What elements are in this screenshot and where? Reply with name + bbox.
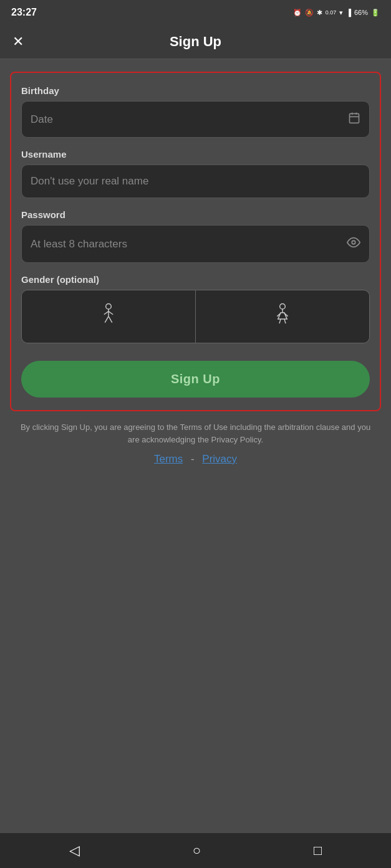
username-input-wrapper[interactable]: [21, 165, 370, 198]
content-spacer: [0, 656, 391, 833]
bluetooth-icon: ✱: [317, 9, 322, 17]
svg-rect-0: [350, 113, 359, 123]
female-icon: [271, 303, 294, 330]
status-icons: ⏰ 🔕 ✱ 0.07 ▾ ▐ 66% 🔋: [293, 9, 380, 17]
svg-line-16: [279, 319, 281, 323]
birthday-label: Birthday: [21, 85, 370, 96]
password-input-wrapper[interactable]: [21, 225, 370, 263]
signup-button[interactable]: Sign Up: [21, 361, 370, 398]
calendar-icon: [348, 112, 360, 127]
home-button[interactable]: ○: [180, 840, 213, 861]
svg-point-4: [352, 241, 355, 244]
status-time: 23:27: [11, 7, 37, 18]
username-label: Username: [21, 149, 370, 160]
terms-link[interactable]: Terms: [154, 453, 183, 465]
gender-male-button[interactable]: [22, 290, 196, 343]
back-button[interactable]: ◁: [57, 840, 92, 861]
birthday-input-wrapper[interactable]: [21, 101, 370, 138]
gender-female-button[interactable]: [196, 290, 369, 343]
close-button[interactable]: ✕: [12, 34, 24, 50]
app-header: ✕ Sign Up: [0, 25, 391, 59]
birthday-input[interactable]: [31, 113, 348, 126]
page-title: Sign Up: [170, 34, 221, 50]
birthday-field-group: Birthday: [21, 85, 370, 138]
wifi-icon: ▾: [339, 9, 343, 17]
password-input[interactable]: [31, 238, 347, 250]
signal-icon: ▐: [346, 9, 351, 16]
mute-icon: 🔕: [305, 9, 314, 17]
nav-bar: ◁ ○ □: [0, 833, 391, 868]
male-icon: [97, 303, 120, 330]
gender-selector: [21, 290, 370, 343]
svg-line-10: [109, 317, 112, 323]
data-icon: 0.07: [326, 9, 337, 16]
svg-point-5: [106, 303, 112, 309]
username-field-group: Username: [21, 149, 370, 198]
signup-form-card: Birthday Username: [10, 72, 381, 411]
username-input[interactable]: [31, 175, 360, 188]
disclaimer-text: By clicking Sign Up, you are agreeing to…: [10, 421, 381, 446]
links-separator: -: [191, 453, 195, 465]
eye-icon[interactable]: [347, 236, 360, 252]
svg-line-9: [105, 317, 109, 323]
svg-line-8: [109, 312, 113, 315]
battery-percent: 66%: [354, 9, 368, 16]
alarm-icon: ⏰: [293, 9, 302, 17]
main-content: Birthday Username: [0, 59, 391, 656]
svg-point-11: [280, 303, 286, 309]
svg-line-7: [104, 312, 109, 315]
svg-line-17: [284, 319, 286, 323]
recents-button[interactable]: □: [301, 840, 334, 861]
gender-label: Gender (optional): [21, 274, 370, 285]
privacy-link[interactable]: Privacy: [202, 453, 237, 465]
password-label: Password: [21, 209, 370, 220]
legal-links: Terms - Privacy: [10, 453, 381, 465]
battery-icon: 🔋: [371, 9, 380, 17]
password-field-group: Password: [21, 209, 370, 263]
status-bar: 23:27 ⏰ 🔕 ✱ 0.07 ▾ ▐ 66% 🔋: [0, 0, 391, 25]
gender-field-group: Gender (optional): [21, 274, 370, 343]
svg-marker-13: [278, 313, 287, 319]
